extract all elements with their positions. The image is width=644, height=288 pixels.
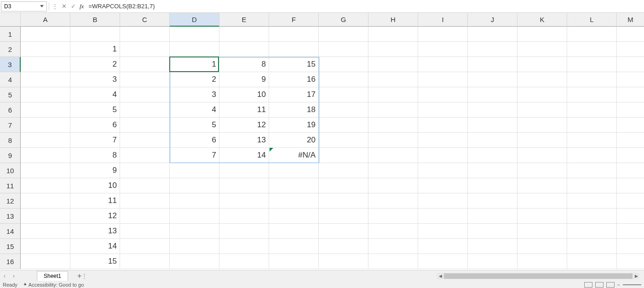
cell-C11[interactable] [120, 178, 170, 193]
cell-H4[interactable] [368, 72, 418, 87]
cell-M16[interactable] [617, 254, 644, 269]
row-header-7[interactable]: 7 [0, 118, 21, 133]
cell-H14[interactable] [368, 224, 418, 239]
enter-icon[interactable]: ✓ [69, 1, 78, 11]
next-sheet-button[interactable]: › [9, 273, 18, 279]
cell-I10[interactable] [418, 163, 468, 178]
cell-A11[interactable] [21, 178, 70, 193]
cell-B13[interactable]: 12 [70, 209, 120, 224]
zoom-out-button[interactable]: − [617, 282, 620, 288]
cell-L1[interactable] [567, 27, 617, 42]
cell-D1[interactable] [170, 27, 219, 42]
cell-I4[interactable] [418, 72, 468, 87]
row-header-12[interactable]: 12 [0, 193, 21, 209]
cell-F8[interactable]: 20 [269, 133, 319, 148]
col-header-M[interactable]: M [617, 13, 644, 27]
cell-L10[interactable] [567, 163, 617, 178]
cell-M15[interactable] [617, 239, 644, 254]
cell-K13[interactable] [518, 209, 567, 224]
cell-I13[interactable] [418, 209, 468, 224]
cell-M7[interactable] [617, 118, 644, 133]
cell-L11[interactable] [567, 178, 617, 193]
cell-K16[interactable] [518, 254, 567, 269]
row-header-8[interactable]: 8 [0, 133, 21, 148]
cell-D11[interactable] [170, 178, 219, 193]
chevron-down-icon[interactable] [40, 5, 44, 7]
cell-E15[interactable] [219, 239, 269, 254]
cell-D10[interactable] [170, 163, 219, 178]
col-header-H[interactable]: H [368, 13, 418, 27]
row-header-6[interactable]: 6 [0, 102, 21, 118]
cell-K8[interactable] [518, 133, 567, 148]
cell-D3[interactable]: 1 [170, 57, 219, 72]
col-header-J[interactable]: J [468, 13, 518, 27]
cell-M8[interactable] [617, 133, 644, 148]
cell-J4[interactable] [468, 72, 518, 87]
row-header-1[interactable]: 1 [0, 27, 21, 42]
col-header-I[interactable]: I [418, 13, 468, 27]
row-header-14[interactable]: 14 [0, 224, 21, 239]
cell-C7[interactable] [120, 118, 170, 133]
cell-B10[interactable]: 9 [70, 163, 120, 178]
cell-K10[interactable] [518, 163, 567, 178]
cell-G2[interactable] [319, 42, 368, 57]
cell-H6[interactable] [368, 102, 418, 118]
cell-J6[interactable] [468, 102, 518, 118]
cell-D13[interactable] [170, 209, 219, 224]
cell-A15[interactable] [21, 239, 70, 254]
cell-L8[interactable] [567, 133, 617, 148]
cell-A6[interactable] [21, 102, 70, 118]
col-header-L[interactable]: L [567, 13, 617, 27]
cell-G1[interactable] [319, 27, 368, 42]
cell-L3[interactable] [567, 57, 617, 72]
cell-B7[interactable]: 6 [70, 118, 120, 133]
cell-E10[interactable] [219, 163, 269, 178]
cell-L12[interactable] [567, 193, 617, 209]
cell-E14[interactable] [219, 224, 269, 239]
cell-C12[interactable] [120, 193, 170, 209]
cell-E13[interactable] [219, 209, 269, 224]
row-header-5[interactable]: 5 [0, 87, 21, 102]
add-sheet-button[interactable]: + [77, 272, 81, 280]
cell-I15[interactable] [418, 239, 468, 254]
cell-M13[interactable] [617, 209, 644, 224]
cell-J8[interactable] [468, 133, 518, 148]
scroll-left-icon[interactable]: ◀ [437, 273, 443, 279]
prev-sheet-button[interactable]: ‹ [0, 273, 9, 279]
cell-A5[interactable] [21, 87, 70, 102]
cell-G12[interactable] [319, 193, 368, 209]
select-all-corner[interactable] [0, 13, 21, 27]
cell-C3[interactable] [120, 57, 170, 72]
cell-K11[interactable] [518, 178, 567, 193]
cancel-icon[interactable]: ✕ [59, 1, 69, 11]
cell-H8[interactable] [368, 133, 418, 148]
cell-H12[interactable] [368, 193, 418, 209]
cell-A2[interactable] [21, 42, 70, 57]
cell-L14[interactable] [567, 224, 617, 239]
cell-D7[interactable]: 5 [170, 118, 219, 133]
cell-G6[interactable] [319, 102, 368, 118]
cell-C2[interactable] [120, 42, 170, 57]
cell-E7[interactable]: 12 [219, 118, 269, 133]
cell-D8[interactable]: 6 [170, 133, 219, 148]
cell-G11[interactable] [319, 178, 368, 193]
cell-L6[interactable] [567, 102, 617, 118]
cell-D5[interactable]: 3 [170, 87, 219, 102]
cell-E12[interactable] [219, 193, 269, 209]
cell-D2[interactable] [170, 42, 219, 57]
cell-E1[interactable] [219, 27, 269, 42]
cell-G9[interactable] [319, 148, 368, 163]
cell-E4[interactable]: 9 [219, 72, 269, 87]
cell-C14[interactable] [120, 224, 170, 239]
cell-B2[interactable]: 1 [70, 42, 120, 57]
name-box[interactable]: D3 [1, 1, 47, 11]
cell-M5[interactable] [617, 87, 644, 102]
cell-G5[interactable] [319, 87, 368, 102]
cell-J10[interactable] [468, 163, 518, 178]
cell-K12[interactable] [518, 193, 567, 209]
cell-B5[interactable]: 4 [70, 87, 120, 102]
cell-M10[interactable] [617, 163, 644, 178]
cell-L15[interactable] [567, 239, 617, 254]
cell-I11[interactable] [418, 178, 468, 193]
cell-F2[interactable] [269, 42, 319, 57]
